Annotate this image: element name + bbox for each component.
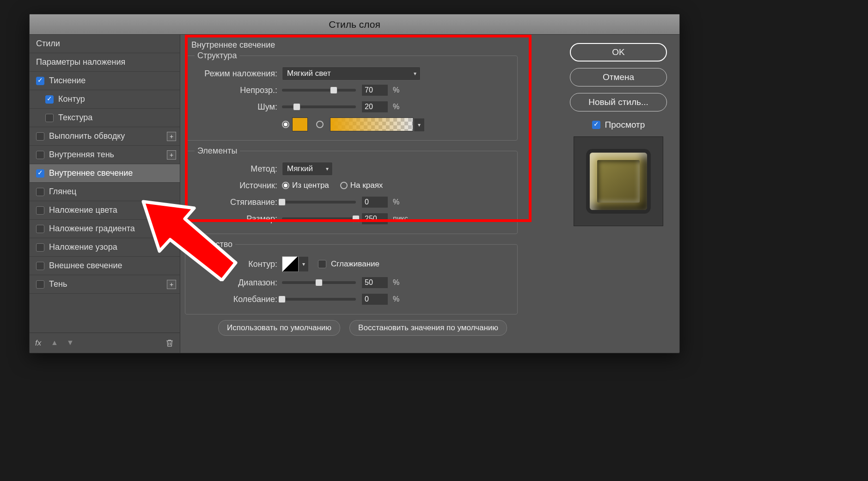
technique-label: Метод: (192, 164, 282, 174)
add-effect-button[interactable]: + (167, 132, 176, 141)
sidebar-item-5[interactable]: Внутреннее свечение (30, 164, 180, 183)
color-radio[interactable] (282, 121, 289, 128)
source-center-label: Из центра (292, 181, 329, 190)
noise-unit: % (393, 103, 399, 111)
color-swatch[interactable] (292, 117, 308, 131)
fx-icon[interactable]: fx (35, 339, 44, 348)
arrow-down-icon[interactable]: ▼ (67, 339, 76, 348)
effect-checkbox[interactable] (36, 151, 44, 159)
add-effect-button[interactable]: + (167, 150, 176, 160)
contour-dropdown-button[interactable]: ▾ (299, 256, 309, 272)
noise-row: Шум: 20 % (192, 99, 511, 115)
opacity-input[interactable]: 70 (361, 84, 388, 96)
effect-checkbox[interactable] (36, 77, 44, 85)
sidebar-item-9[interactable]: Наложение узора (30, 238, 180, 257)
size-input[interactable]: 250 (361, 213, 388, 225)
sidebar-styles-header[interactable]: Стили (30, 35, 180, 53)
structure-group: Структура Режим наложения: Мягкий свет ▾… (185, 51, 518, 141)
effect-checkbox[interactable] (45, 114, 54, 122)
effect-checkbox[interactable] (36, 169, 44, 178)
new-style-button[interactable]: Новый стиль... (570, 93, 667, 111)
antialias-label: Сглаживание (331, 259, 379, 269)
preview-checkbox[interactable] (592, 121, 600, 129)
technique-dropdown[interactable]: Мягкий ▾ (282, 162, 333, 176)
reset-default-button[interactable]: Восстановить значения по умолчанию (349, 320, 507, 336)
source-edge-radio[interactable] (340, 182, 348, 189)
effect-checkbox[interactable] (36, 188, 44, 196)
effect-label: Наложение цвета (49, 205, 117, 215)
sidebar-item-4[interactable]: Внутренняя тень+ (30, 146, 180, 164)
range-input[interactable]: 50 (361, 277, 388, 289)
preview-label: Просмотр (605, 120, 645, 130)
color-row: ▾ (192, 115, 511, 134)
source-center-radio[interactable] (282, 182, 289, 189)
effect-checkbox[interactable] (36, 262, 44, 270)
effect-label: Контур (58, 94, 85, 104)
sidebar-item-10[interactable]: Внешнее свечение (30, 257, 180, 275)
quality-legend: Качество (195, 240, 235, 249)
effect-label: Тень (49, 279, 67, 289)
jitter-slider[interactable] (282, 298, 356, 301)
settings-panel: Внутреннее свечение Структура Режим нало… (180, 35, 564, 353)
noise-input[interactable]: 20 (361, 101, 388, 113)
gradient-radio[interactable] (316, 121, 324, 128)
add-effect-button[interactable]: + (167, 280, 176, 289)
add-effect-button[interactable]: + (167, 224, 176, 234)
sidebar-item-3[interactable]: Выполнить обводку+ (30, 127, 180, 146)
sidebar-blending-label: Параметры наложения (36, 57, 125, 67)
sidebar-item-1[interactable]: Контур (30, 90, 180, 109)
chevron-down-icon: ▾ (326, 166, 329, 172)
opacity-slider[interactable] (282, 89, 356, 92)
sidebar-item-11[interactable]: Тень+ (30, 275, 180, 294)
add-effect-button[interactable]: + (167, 206, 176, 215)
jitter-unit: % (393, 295, 399, 303)
sidebar-item-6[interactable]: Глянец (30, 183, 180, 201)
range-unit: % (393, 278, 399, 287)
effect-label: Текстура (58, 113, 92, 123)
opacity-row: Непрозр.: 70 % (192, 82, 511, 99)
elements-group: Элементы Метод: Мягкий ▾ Источник: Из це… (185, 146, 518, 234)
trash-icon[interactable] (165, 339, 174, 348)
blend-mode-label: Режим наложения: (192, 69, 282, 79)
noise-slider[interactable] (282, 105, 356, 108)
sidebar-item-2[interactable]: Текстура (30, 109, 180, 127)
size-slider[interactable] (282, 217, 356, 220)
elements-legend: Элементы (195, 146, 240, 156)
blend-mode-dropdown[interactable]: Мягкий свет ▾ (282, 67, 421, 80)
effect-checkbox[interactable] (36, 132, 44, 141)
sidebar-item-0[interactable]: Тиснение (30, 72, 180, 90)
blend-mode-value: Мягкий свет (287, 69, 331, 78)
contour-picker[interactable] (282, 256, 299, 272)
effects-sidebar: Стили Параметры наложения ТиснениеКонтур… (30, 35, 180, 353)
gradient-dropdown-button[interactable]: ▾ (414, 118, 425, 132)
effect-checkbox[interactable] (36, 225, 44, 233)
sidebar-footer: fx ▲ ▼ (30, 333, 180, 353)
gradient-swatch[interactable]: ▾ (330, 117, 413, 131)
antialias-checkbox[interactable] (318, 260, 326, 268)
sidebar-item-7[interactable]: Наложение цвета+ (30, 201, 180, 220)
arrow-up-icon[interactable]: ▲ (51, 339, 60, 348)
technique-value: Мягкий (287, 164, 313, 173)
effect-label: Тиснение (49, 76, 86, 86)
range-label: Диапазон: (192, 278, 282, 288)
effect-label: Выполнить обводку (49, 131, 125, 141)
effect-checkbox[interactable] (36, 243, 44, 252)
choke-slider[interactable] (282, 201, 356, 204)
blend-mode-row: Режим наложения: Мягкий свет ▾ (192, 65, 511, 82)
effect-checkbox[interactable] (36, 206, 44, 215)
range-slider[interactable] (282, 281, 356, 284)
choke-input[interactable]: 0 (361, 196, 388, 208)
cancel-button[interactable]: Отмена (570, 68, 667, 86)
sidebar-blending-options[interactable]: Параметры наложения (30, 53, 180, 72)
ok-button[interactable]: OK (570, 43, 667, 62)
jitter-input[interactable]: 0 (361, 293, 388, 305)
sidebar-item-8[interactable]: Наложение градиента+ (30, 220, 180, 238)
layer-style-dialog: Стиль слоя Стили Параметры наложения Тис… (29, 14, 680, 353)
effect-checkbox[interactable] (45, 95, 54, 104)
make-default-button[interactable]: Использовать по умолчанию (218, 320, 340, 336)
jitter-label: Колебание: (192, 295, 282, 304)
effect-label: Внутреннее свечение (49, 168, 133, 178)
size-label: Размер: (192, 214, 282, 224)
effect-checkbox[interactable] (36, 280, 44, 289)
chevron-down-icon: ▾ (414, 70, 416, 77)
